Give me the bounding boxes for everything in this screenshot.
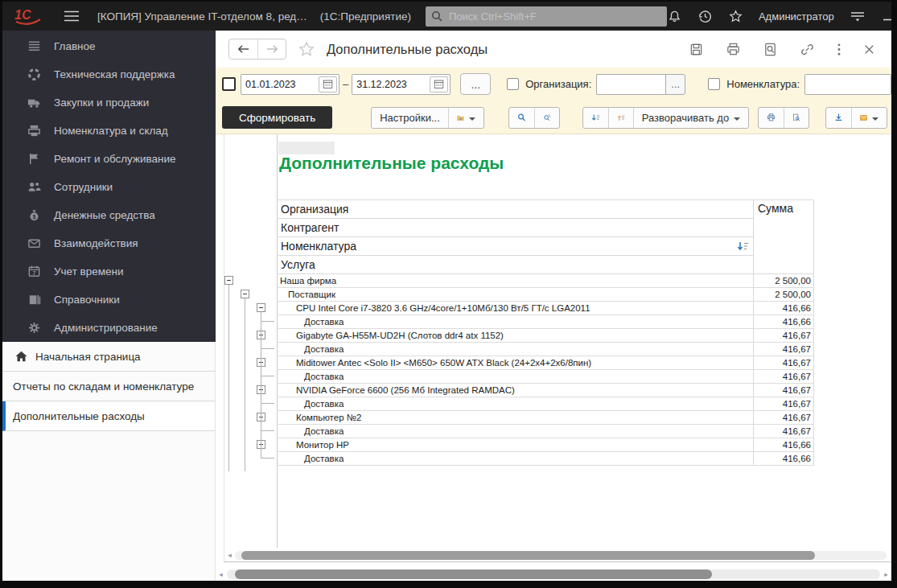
report-row[interactable]: Компьютер №2416,67 [277,411,813,425]
sidebar-item[interactable]: Закупки и продажи [2,88,216,117]
period-more-button[interactable]: ... [460,73,491,95]
sidebar-item[interactable]: Сотрудники [2,173,216,201]
tree-collapse-box[interactable] [224,276,233,285]
scroll-right-arrow-icon[interactable]: ▸ [883,569,890,580]
date-from-input[interactable] [241,79,319,90]
period-checkbox[interactable] [222,77,236,91]
global-search[interactable] [426,6,667,27]
tree-line [261,312,261,458]
sidebar-item[interactable]: Номенклатура и склад [2,117,216,145]
report-row[interactable]: Доставка416,67 [277,397,813,411]
report-row[interactable]: Доставка416,66 [277,452,813,466]
tree-collapse-box[interactable] [241,290,249,298]
forward-button[interactable] [257,39,286,59]
minimize-icon[interactable] [881,10,894,23]
nomenclature-input[interactable] [804,74,891,95]
collapse-groups-icon[interactable] [583,108,608,128]
favorites-star-icon[interactable] [728,9,743,24]
tree-collapse-box[interactable] [257,303,265,312]
group-header-cell[interactable]: Номенклатура [277,237,753,256]
sidebar-item[interactable]: Главное [2,32,216,60]
sidebar-item[interactable]: Справочники [2,286,216,314]
scrollbar-thumb[interactable] [241,551,815,560]
scrollbar-track[interactable] [227,569,880,579]
sum-column-header[interactable]: Сумма [753,200,813,274]
row-label: Поставщик [277,288,750,301]
find-icon[interactable] [763,42,778,57]
search-input[interactable] [447,10,661,23]
row-sum: 416,67 [755,370,813,383]
sidebar-item[interactable]: 7Учет времени [2,257,216,286]
selected-cell[interactable] [278,142,335,154]
warehouse-icon [26,123,42,139]
expand-to-button[interactable]: Разворачивать до [633,108,748,128]
send-mail-icon[interactable] [851,108,887,128]
report-row[interactable]: Доставка416,67 [277,370,813,384]
report-variants-button[interactable] [448,108,483,128]
find-next-icon[interactable] [534,108,559,128]
calendar-icon[interactable] [430,76,448,93]
save-file-icon[interactable] [826,108,851,128]
settings-group: Настройки... [371,107,484,129]
report-row[interactable]: Наша фирма2 500,00 [277,274,813,288]
scrollbar-thumb[interactable] [235,569,712,579]
main-menu-icon[interactable] [64,10,80,23]
report-row[interactable]: Монитор HP416,66 [277,438,813,452]
sort-descending-icon[interactable] [737,241,749,252]
scroll-left-arrow-icon[interactable]: ◂ [226,549,233,561]
sidebar-item[interactable]: Техническая поддержка [2,60,216,88]
home-icon [13,348,29,364]
sidebar-item[interactable]: Ремонт и обслуживание [2,145,216,173]
sidebar-item[interactable]: Взаимодействия [2,229,216,257]
report-row[interactable]: Miditower Antec <Solo II> <M650> 650W AT… [277,356,813,370]
current-user[interactable]: Администратор [759,10,834,23]
report-row[interactable]: Поставщик2 500,00 [277,288,813,302]
nav-tab[interactable]: Дополнительные расходы [2,401,215,431]
report-row[interactable]: Доставка416,67 [277,425,813,438]
sidebar-item[interactable]: Администрирование [2,314,216,342]
settings-button[interactable]: Настройки... [372,108,448,128]
nomenclature-checkbox[interactable] [708,78,720,90]
organization-input[interactable] [596,74,665,95]
more-actions-icon[interactable] [837,42,841,57]
back-button[interactable] [229,39,257,59]
service-menu-icon[interactable] [850,9,866,23]
scrollbar-track[interactable] [235,551,887,560]
expand-groups-icon[interactable] [608,108,633,128]
report-row[interactable]: Gigabyte GA-H55M-UD2H (Слотов ddr4 atx 1… [277,329,813,343]
report-spreadsheet[interactable]: Дополнительные расходы ОрганизацияКонтра… [224,134,891,562]
sidebar-item-label: Ремонт и обслуживание [54,153,176,165]
report-row[interactable]: Доставка416,66 [277,315,813,329]
history-icon[interactable] [697,9,713,24]
nav-tab[interactable]: Отчеты по складам и номенклатуре [2,372,215,401]
date-to-input[interactable] [352,79,430,90]
minus-icon [243,294,247,294]
close-tab-icon[interactable] [863,43,875,56]
svg-text:$: $ [32,214,35,220]
report-row[interactable]: NVIDIA GeForce 6600 (256 Мб Integrated R… [277,384,813,397]
print-report-icon[interactable] [759,108,784,128]
find-in-report-icon[interactable] [509,108,534,128]
calendar-icon[interactable] [319,76,337,93]
print-icon[interactable] [726,42,741,57]
report-horizontal-scrollbar[interactable]: ◂ [226,549,887,561]
organization-choose-button[interactable]: ... [665,74,685,95]
dropdown-caret-icon [734,117,740,124]
notifications-bell-icon[interactable] [667,9,682,24]
favorite-star-icon[interactable] [297,40,316,59]
window-horizontal-scrollbar[interactable]: ◂ ▸ [217,569,890,580]
print-preview-icon[interactable] [784,108,809,128]
generate-button[interactable]: Сформировать [222,106,332,129]
nav-tab[interactable]: Начальная страница [2,342,215,372]
group-header-cell[interactable]: Услуга [277,256,753,274]
organization-checkbox[interactable] [507,78,519,90]
report-row[interactable]: Доставка416,67 [277,343,813,356]
link-icon[interactable] [800,42,815,57]
group-header-cell[interactable]: Контрагент [277,219,753,237]
group-header-cell[interactable]: Организация [277,200,753,219]
history-nav-group [228,39,286,60]
save-icon[interactable] [689,42,704,57]
sidebar-item[interactable]: $Денежные средства [2,201,216,229]
scroll-left-arrow-icon[interactable]: ◂ [217,569,224,580]
report-row[interactable]: CPU Intel Core i7-3820 3.6 GHz/4core/1+1… [277,302,813,315]
